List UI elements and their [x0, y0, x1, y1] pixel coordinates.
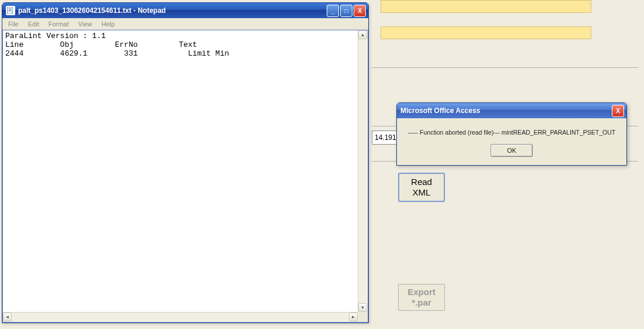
scroll-corner [358, 312, 368, 322]
notepad-titlebar[interactable]: palt_ps1403_130626042154611.txt - Notepa… [2, 3, 368, 18]
export-par-button: Export *.par [398, 284, 445, 311]
access-dialog-body: ----- Function aborted (read file)--- mi… [397, 118, 626, 165]
ok-label: OK [507, 147, 516, 154]
access-dialog-message: ----- Function aborted (read file)--- mi… [405, 129, 618, 136]
scroll-left-icon[interactable]: ◄ [3, 313, 12, 321]
menu-help[interactable]: Help [97, 19, 119, 29]
read-xml-button[interactable]: Read XML [398, 173, 445, 202]
menu-format[interactable]: Format [44, 19, 74, 29]
close-button[interactable]: X [354, 5, 366, 17]
ok-button[interactable]: OK [491, 144, 533, 157]
scrollbar-vertical[interactable]: ▲ ▼ [358, 30, 368, 312]
notepad-textarea-wrap: ParaLint Version : 1.1 Line Obj ErrNo Te… [2, 30, 368, 323]
menu-view[interactable]: View [74, 19, 97, 29]
notepad-window: palt_ps1403_130626042154611.txt - Notepa… [2, 2, 369, 323]
access-dialog: Microsoft Office Access X ----- Function… [396, 102, 627, 166]
notepad-textarea[interactable]: ParaLint Version : 1.1 Line Obj ErrNo Te… [3, 30, 358, 312]
bg-divider [372, 67, 638, 68]
export-par-label: Export *.par [407, 287, 436, 308]
minimize-button[interactable]: _ [327, 5, 339, 17]
close-icon: X [358, 8, 362, 14]
scroll-up-icon[interactable]: ▲ [358, 30, 367, 39]
maximize-icon: □ [344, 8, 348, 14]
access-dialog-close-button[interactable]: X [612, 105, 624, 117]
scroll-down-icon[interactable]: ▼ [358, 303, 367, 312]
minimize-icon: _ [331, 8, 335, 14]
menu-file[interactable]: File [4, 19, 23, 29]
notepad-title: palt_ps1403_130626042154611.txt - Notepa… [18, 6, 326, 15]
menu-edit[interactable]: Edit [23, 19, 44, 29]
maximize-button[interactable]: □ [340, 5, 352, 17]
scrollbar-horizontal[interactable]: ◄ ► [3, 312, 358, 322]
bg-yellow-bar-2 [381, 26, 591, 39]
close-icon: X [616, 108, 620, 114]
svg-rect-0 [8, 7, 12, 14]
bg-yellow-bar-1 [381, 0, 591, 13]
notepad-menubar: File Edit Format View Help [2, 18, 368, 30]
notepad-icon [6, 6, 15, 15]
scroll-right-icon[interactable]: ► [349, 313, 358, 321]
access-dialog-titlebar[interactable]: Microsoft Office Access X [397, 103, 626, 118]
access-dialog-title: Microsoft Office Access [400, 107, 611, 115]
read-xml-label: Read XML [411, 177, 432, 198]
